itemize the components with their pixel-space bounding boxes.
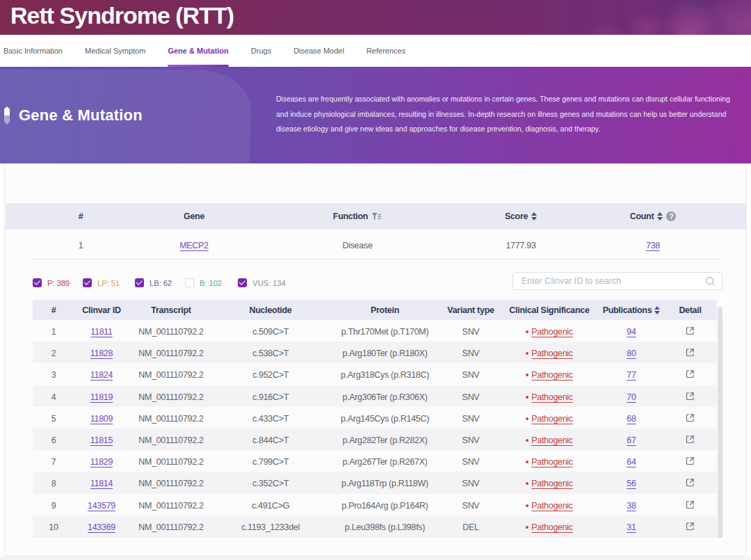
sort-icon[interactable] bbox=[654, 306, 660, 314]
external-link-icon[interactable] bbox=[686, 348, 695, 359]
checkbox-checked[interactable] bbox=[238, 278, 247, 287]
clinical-significance-link[interactable]: Pathogenic bbox=[531, 349, 573, 358]
sort-icon[interactable] bbox=[531, 212, 537, 221]
filter-icon[interactable] bbox=[371, 212, 382, 221]
external-link-icon[interactable] bbox=[686, 326, 695, 337]
gene-row-index: 1 bbox=[6, 241, 156, 250]
variant-transcript: NM_001110792.2 bbox=[129, 414, 213, 424]
gene-count-link[interactable]: 738 bbox=[646, 241, 660, 250]
variant-protein: p.Arg180Ter (p.R180X) bbox=[328, 349, 442, 358]
clinvar-id-link[interactable]: 11824 bbox=[90, 370, 113, 380]
external-link-icon[interactable] bbox=[686, 392, 695, 403]
variant-type: SNV bbox=[442, 414, 499, 424]
variant-transcript: NM_001110792.2 bbox=[129, 435, 213, 445]
clinvar-id-link[interactable]: 11829 bbox=[90, 457, 113, 467]
filter-checkbox-p[interactable]: P: 389 bbox=[33, 278, 70, 287]
pathogenic-dot bbox=[526, 352, 528, 355]
sort-icon[interactable] bbox=[657, 212, 663, 221]
external-link-icon[interactable] bbox=[686, 478, 695, 489]
publications-link[interactable]: 80 bbox=[627, 349, 636, 358]
clinical-significance-link[interactable]: Pathogenic bbox=[531, 370, 573, 380]
gene-table-header: # Gene Function Score Count bbox=[6, 203, 747, 230]
clinvar-id-link[interactable]: 11809 bbox=[90, 414, 113, 424]
variant-type: SNV bbox=[442, 457, 499, 467]
clinvar-id-link[interactable]: 11811 bbox=[90, 327, 112, 337]
variant-table-body: 111811NM_001110792.2c.509C>Tp.Thr170Met … bbox=[33, 320, 723, 538]
external-link-icon[interactable] bbox=[686, 435, 695, 446]
gene-row-function: Disease bbox=[232, 241, 483, 250]
variant-nucleotide: c.433C>T bbox=[213, 414, 328, 424]
clinvar-id-link[interactable]: 11815 bbox=[90, 435, 113, 445]
checkbox-checked[interactable] bbox=[135, 278, 144, 287]
nav-tab-drugs[interactable]: Drugs bbox=[251, 35, 271, 67]
variant-type: SNV bbox=[442, 501, 499, 511]
variant-row: 711829NM_001110792.2c.799C>Tp.Arg267Ter … bbox=[33, 450, 717, 472]
clinvar-search-input[interactable] bbox=[522, 276, 706, 286]
clinical-significance-link[interactable]: Pathogenic bbox=[531, 392, 573, 402]
variant-num: 5 bbox=[33, 414, 74, 424]
variant-row: 311824NM_001110792.2c.952C>Tp.Arg318Cys … bbox=[33, 363, 717, 385]
nav-tab-gene-mutation[interactable]: Gene & Mutation bbox=[168, 35, 228, 67]
external-link-icon[interactable] bbox=[686, 413, 695, 424]
clinvar-id-link[interactable]: 143579 bbox=[88, 501, 115, 511]
nav-tab-references[interactable]: References bbox=[366, 35, 405, 67]
external-link-icon[interactable] bbox=[686, 500, 695, 511]
clinical-significance-link[interactable]: Pathogenic bbox=[531, 522, 573, 532]
clinical-significance-link[interactable]: Pathogenic bbox=[531, 501, 573, 511]
filter-checkbox-lb[interactable]: LB: 62 bbox=[135, 278, 172, 287]
publications-link[interactable]: 31 bbox=[627, 522, 636, 532]
clinical-significance-link[interactable]: Pathogenic bbox=[531, 457, 573, 467]
help-icon[interactable]: ? bbox=[666, 211, 676, 221]
checkbox-checked[interactable] bbox=[83, 278, 92, 287]
search-icon[interactable] bbox=[706, 277, 715, 286]
gene-link[interactable]: MECP2 bbox=[179, 241, 209, 250]
variant-row: 10143369NM_001110792.2c.1193_1233delp.Le… bbox=[33, 515, 717, 537]
variant-transcript: NM_001110792.2 bbox=[129, 479, 213, 488]
checkbox-unchecked[interactable] bbox=[185, 278, 194, 287]
external-link-icon[interactable] bbox=[686, 369, 695, 381]
clinical-significance-link[interactable]: Pathogenic bbox=[531, 414, 573, 424]
publications-link[interactable]: 38 bbox=[627, 501, 636, 511]
variant-num: 8 bbox=[33, 479, 74, 488]
publications-link[interactable]: 68 bbox=[627, 414, 636, 424]
external-link-icon[interactable] bbox=[686, 456, 695, 467]
variant-row: 811814NM_001110792.2c.352C>Tp.Arg118Trp … bbox=[33, 472, 717, 493]
filter-checkbox-b[interactable]: B: 102 bbox=[185, 278, 222, 287]
row-separator bbox=[33, 259, 722, 259]
clinvar-search-box bbox=[512, 272, 722, 290]
pathogenic-dot bbox=[526, 417, 528, 420]
variant-col--: # bbox=[33, 305, 74, 315]
variant-col-protein: Protein bbox=[328, 305, 442, 315]
clinvar-id-link[interactable]: 11819 bbox=[90, 392, 113, 402]
nav-tab-basic-information[interactable]: Basic Information bbox=[3, 35, 63, 67]
clinvar-id-link[interactable]: 11828 bbox=[90, 349, 113, 358]
publications-link[interactable]: 94 bbox=[627, 327, 636, 337]
variant-transcript: NM_001110792.2 bbox=[129, 327, 213, 337]
publications-link[interactable]: 70 bbox=[627, 392, 636, 402]
clinical-significance-link[interactable]: Pathogenic bbox=[531, 435, 573, 445]
checkbox-checked[interactable] bbox=[33, 278, 42, 287]
variant-protein: p.Pro164Arg (p.P164R) bbox=[328, 501, 442, 511]
nav-tab-medical-symptom[interactable]: Medical Symptom bbox=[85, 35, 145, 67]
variant-num: 1 bbox=[33, 327, 74, 337]
external-link-icon[interactable] bbox=[686, 522, 695, 533]
filter-row: P: 389LP: 51LB: 62B: 102VUS: 134 bbox=[5, 272, 748, 300]
page-title: Rett Syndrome (RTT) bbox=[10, 2, 234, 29]
clinical-significance-link[interactable]: Pathogenic bbox=[531, 327, 573, 337]
clinvar-id-link[interactable]: 11814 bbox=[90, 479, 113, 488]
publications-link[interactable]: 56 bbox=[627, 479, 636, 488]
filter-checkbox-vus[interactable]: VUS: 134 bbox=[238, 278, 286, 287]
clinical-significance-link[interactable]: Pathogenic bbox=[531, 479, 573, 488]
gene-row-score: 1777.93 bbox=[483, 241, 559, 250]
publications-link[interactable]: 77 bbox=[627, 370, 636, 380]
page: Rett Syndrome (RTT) Basic InformationMed… bbox=[0, 0, 751, 560]
clinvar-id-link[interactable]: 143369 bbox=[88, 522, 115, 532]
section-title: Gene & Mutation bbox=[19, 106, 143, 125]
publications-link[interactable]: 67 bbox=[627, 435, 636, 445]
variant-nucleotide: c.509C>T bbox=[213, 327, 328, 337]
content-card: # Gene Function Score Count bbox=[4, 164, 747, 557]
filter-checkbox-lp[interactable]: LP: 51 bbox=[83, 278, 120, 287]
publications-link[interactable]: 64 bbox=[627, 457, 636, 467]
scrollbar-thumb[interactable] bbox=[718, 307, 722, 538]
nav-tab-disease-model[interactable]: Disease Model bbox=[293, 35, 344, 67]
